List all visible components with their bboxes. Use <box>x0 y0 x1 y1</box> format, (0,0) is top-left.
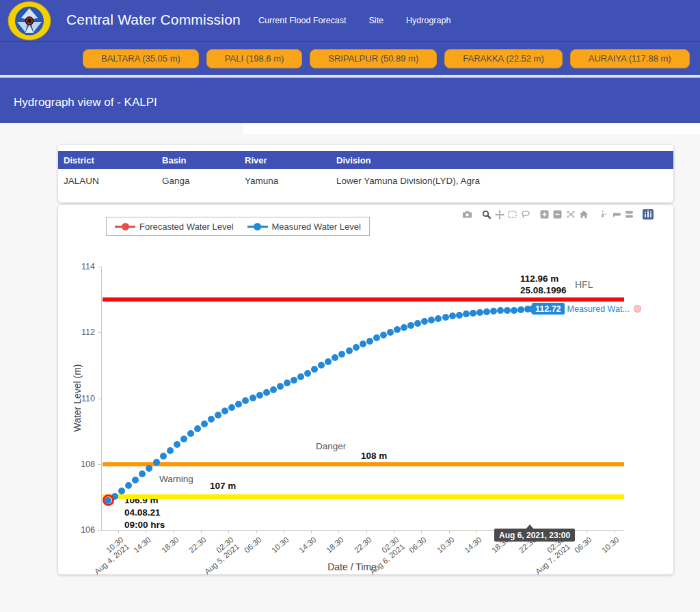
station-button-sripalpur[interactable]: SRIPALPUR (50.89 m) <box>310 49 437 68</box>
station-button-auraiya[interactable]: AURAIYA (117.88 m) <box>570 49 690 68</box>
x-tick-mark <box>174 530 174 533</box>
cell-basin: Ganga <box>162 176 245 186</box>
nav-current-flood-forecast[interactable]: Current Flood Forecast <box>258 16 347 25</box>
station-button-baltara[interactable]: BALTARA (35.05 m) <box>83 49 199 68</box>
y-tick-mark <box>98 399 101 399</box>
station-button-farakka[interactable]: FARAKKA (22.52 m) <box>444 49 563 68</box>
x-tick-mark <box>118 530 119 533</box>
measured-point <box>346 347 353 354</box>
x-tick-mark <box>256 530 257 533</box>
nav-site[interactable]: Site <box>369 16 384 25</box>
col-header-district: District <box>58 155 162 165</box>
measured-point <box>228 404 235 411</box>
point-hover-tooltip: 112.72 Measured Wat... <box>527 303 641 315</box>
measured-point <box>318 362 325 369</box>
station-info-table: District Basin River Division JALAUN Gan… <box>58 151 673 193</box>
measured-point <box>201 421 208 427</box>
main-nav: Current Flood Forecast Site Hydrograph <box>258 16 450 25</box>
measured-point <box>235 401 242 408</box>
page-title: Central Water Commission <box>66 12 241 28</box>
danger-value-label: 108 m <box>361 451 387 461</box>
measured-point <box>277 383 284 390</box>
measured-point <box>180 436 187 442</box>
measured-point <box>456 312 463 319</box>
nav-hydrograph[interactable]: Hydrograph <box>406 16 450 25</box>
app-root: Central Water Commission Current Flood F… <box>0 0 700 612</box>
measured-point <box>421 318 428 325</box>
measured-point <box>132 477 139 483</box>
hydrograph-banner-title: Hydrograph view of - KALPI <box>14 96 157 109</box>
measured-point <box>125 482 132 489</box>
measured-point <box>215 412 221 418</box>
forecast-ghost-point-icon <box>634 305 641 312</box>
x-tick-mark <box>338 530 339 533</box>
measured-point <box>325 358 332 365</box>
x-tick-mark <box>614 530 615 533</box>
measured-point <box>256 392 263 399</box>
forecasted-point-ring <box>103 494 114 506</box>
y-tick-label: 108 <box>68 460 95 469</box>
measured-point <box>263 389 270 396</box>
measured-point <box>394 326 401 333</box>
tooltip-series-name: Measured Wat... <box>565 303 632 315</box>
measured-point <box>401 324 407 331</box>
measured-point <box>242 397 249 404</box>
measured-point <box>435 315 442 322</box>
x-tick-mark <box>146 530 146 533</box>
measured-point <box>221 408 228 414</box>
measured-point <box>380 332 387 338</box>
measured-point <box>483 308 490 315</box>
measured-point <box>490 308 497 315</box>
cwc-logo <box>8 1 51 40</box>
measured-point <box>470 310 476 317</box>
danger-line <box>103 462 624 466</box>
x-tick-mark <box>228 530 229 533</box>
measured-point <box>414 320 421 327</box>
measured-point <box>304 370 311 377</box>
col-header-river: River <box>245 155 336 165</box>
hfl-annotation: 112.96 m 25.08.1996 <box>520 273 567 296</box>
cell-district: JALAUN <box>58 176 162 186</box>
station-buttons-row: BALTARA (35.05 m) PALI (198.6 m) SRIPALP… <box>0 41 700 75</box>
y-tick-label: 110 <box>68 394 95 403</box>
x-tick-mark <box>476 530 477 533</box>
x-tick-mark <box>311 530 312 533</box>
measured-point <box>167 447 174 454</box>
measured-point <box>187 430 194 437</box>
measured-point <box>407 322 414 329</box>
measured-point <box>250 395 256 401</box>
cell-river: Yamuna <box>245 176 336 186</box>
y-axis-line <box>101 267 102 530</box>
x-tick-mark <box>587 530 587 533</box>
x-tick-mark <box>284 530 284 533</box>
y-tick-label: 106 <box>68 525 95 535</box>
measured-point <box>428 317 435 323</box>
measured-point <box>270 386 277 393</box>
tooltip-caret-icon <box>527 305 532 313</box>
table-header-row: District Basin River Division <box>58 151 673 169</box>
measured-point <box>497 307 504 314</box>
y-tick-mark <box>98 267 101 267</box>
app-header: Central Water Commission Current Flood F… <box>0 0 700 41</box>
measured-point <box>139 470 146 477</box>
start-point-annotation: 106.9 m 04.08.21 09:00 hrs <box>124 494 165 531</box>
measured-point <box>332 354 338 361</box>
hfl-line <box>103 297 624 302</box>
measured-point <box>311 366 318 373</box>
xaxis-hover-tooltip: Aug 6, 2021, 23:00 <box>494 529 575 542</box>
measured-point <box>366 338 373 345</box>
measured-point <box>360 341 366 347</box>
hydrograph-plot-area[interactable]: Water Level (m) Date / Time 112.96 m 25.… <box>58 205 673 574</box>
warning-value-label: 107 m <box>210 481 236 491</box>
measured-point <box>517 306 524 313</box>
measured-point <box>174 441 180 448</box>
y-tick-label: 114 <box>68 262 95 271</box>
station-button-pali[interactable]: PALI (198.6 m) <box>206 49 302 68</box>
measured-point <box>442 314 449 321</box>
y-tick-mark <box>98 530 101 531</box>
measured-point <box>146 465 152 472</box>
col-header-basin: Basin <box>162 155 245 165</box>
y-tick-mark <box>98 464 101 465</box>
measured-point <box>160 453 167 460</box>
measured-point <box>297 373 304 380</box>
